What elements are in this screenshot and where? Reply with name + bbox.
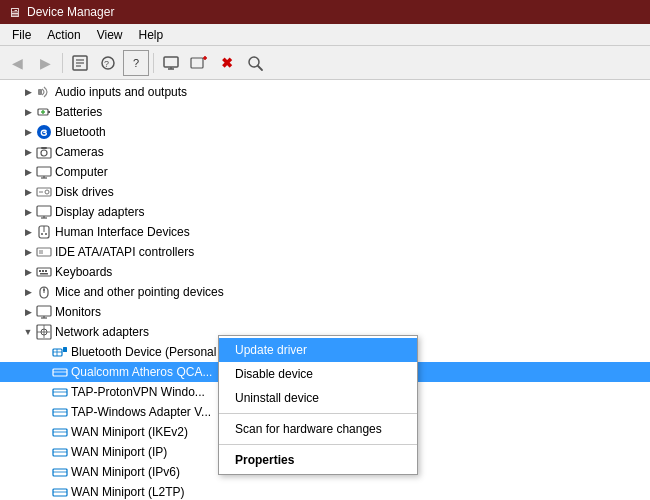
icon-hid — [36, 224, 52, 240]
expand-keyboards[interactable]: ▶ — [20, 267, 36, 277]
svg-rect-63 — [53, 409, 67, 416]
ctx-update-driver[interactable]: Update driver — [219, 338, 417, 362]
expand-cameras[interactable]: ▶ — [20, 147, 36, 157]
ctx-properties[interactable]: Properties — [219, 448, 417, 472]
add-device-button[interactable] — [186, 50, 212, 76]
svg-rect-71 — [53, 489, 67, 496]
properties-button[interactable] — [67, 50, 93, 76]
svg-rect-9 — [191, 58, 203, 68]
svg-rect-16 — [48, 111, 50, 113]
ctx-separator-2 — [219, 444, 417, 445]
svg-rect-6 — [164, 57, 178, 67]
tree-item-hid[interactable]: ▶ Human Interface Devices — [0, 222, 650, 242]
tree-item-display[interactable]: ▶ Display adapters — [0, 202, 650, 222]
icon-batteries — [36, 104, 52, 120]
svg-rect-59 — [53, 369, 67, 376]
expand-hid[interactable]: ▶ — [20, 227, 36, 237]
title-bar: 🖥 Device Manager — [0, 0, 650, 24]
tree-item-keyboards[interactable]: ▶ Keyboards — [0, 262, 650, 282]
item-text-wan-ipv6: WAN Miniport (IPv6) — [71, 465, 180, 479]
menu-help[interactable]: Help — [131, 26, 172, 44]
item-text-display: Display adapters — [55, 205, 144, 219]
svg-rect-24 — [37, 167, 51, 176]
tree-item-wan-l2tp[interactable]: ▶ WAN Miniport (L2TP) — [0, 482, 650, 500]
ctx-disable-device[interactable]: Disable device — [219, 362, 417, 386]
expand-display[interactable]: ▶ — [20, 207, 36, 217]
ctx-scan-hardware[interactable]: Scan for hardware changes — [219, 417, 417, 441]
tree-item-diskdrives[interactable]: ▶ Disk drives — [0, 182, 650, 202]
expand-batteries[interactable]: ▶ — [20, 107, 36, 117]
display-devices-button[interactable] — [158, 50, 184, 76]
expand-ide[interactable]: ▶ — [20, 247, 36, 257]
expand-audio[interactable]: ▶ — [20, 87, 36, 97]
icon-ide — [36, 244, 52, 260]
icon-audio — [36, 84, 52, 100]
item-text-diskdrives: Disk drives — [55, 185, 114, 199]
tree-item-computer[interactable]: ▶ Computer — [0, 162, 650, 182]
expand-bluetooth[interactable]: ▶ — [20, 127, 36, 137]
item-text-monitors: Monitors — [55, 305, 101, 319]
remove-device-button[interactable]: ✖ — [214, 50, 240, 76]
ctx-separator-1 — [219, 413, 417, 414]
item-text-audio: Audio inputs and outputs — [55, 85, 187, 99]
svg-rect-55 — [53, 349, 62, 356]
scan-button[interactable] — [242, 50, 268, 76]
help-button[interactable]: ? — [123, 50, 149, 76]
icon-tap-windows — [52, 404, 68, 420]
item-text-ide: IDE ATA/ATAPI controllers — [55, 245, 194, 259]
tree-item-cameras[interactable]: ▶ Cameras — [0, 142, 650, 162]
toolbar-sep-2 — [153, 53, 154, 73]
item-text-batteries: Batteries — [55, 105, 102, 119]
icon-diskdrives — [36, 184, 52, 200]
item-text-qualcomm: Qualcomm Atheros QCA... — [71, 365, 212, 379]
icon-keyboards — [36, 264, 52, 280]
item-text-cameras: Cameras — [55, 145, 104, 159]
toolbar-sep-1 — [62, 53, 63, 73]
item-text-keyboards: Keyboards — [55, 265, 112, 279]
tree-item-mice[interactable]: ▶ Mice and other pointing devices — [0, 282, 650, 302]
svg-line-13 — [258, 66, 262, 70]
expand-mice[interactable]: ▶ — [20, 287, 36, 297]
svg-rect-44 — [40, 273, 48, 275]
update-driver-button[interactable]: ? — [95, 50, 121, 76]
svg-rect-67 — [53, 449, 67, 456]
svg-point-28 — [45, 190, 49, 194]
item-text-tap-windows: TAP-Windows Adapter V... — [71, 405, 211, 419]
svg-rect-65 — [53, 429, 67, 436]
tree-item-ide[interactable]: ▶ IDE ATA/ATAPI controllers — [0, 242, 650, 262]
app-icon: 🖥 — [8, 5, 21, 20]
icon-display — [36, 204, 52, 220]
app-title: Device Manager — [27, 5, 114, 19]
svg-point-22 — [41, 150, 47, 156]
menu-file[interactable]: File — [4, 26, 39, 44]
tree-item-audio[interactable]: ▶ Audio inputs and outputs — [0, 82, 650, 102]
item-text-wan-ip: WAN Miniport (IP) — [71, 445, 167, 459]
main-area: ▶ Audio inputs and outputs ▶ Batteries ▶… — [0, 80, 650, 500]
svg-text:ɞ: ɞ — [40, 126, 47, 138]
svg-rect-14 — [38, 89, 42, 95]
svg-rect-61 — [53, 389, 67, 396]
expand-diskdrives[interactable]: ▶ — [20, 187, 36, 197]
svg-rect-58 — [63, 347, 67, 352]
expand-computer[interactable]: ▶ — [20, 167, 36, 177]
svg-rect-42 — [42, 270, 44, 272]
icon-bt-pan — [52, 344, 68, 360]
expand-monitors[interactable]: ▶ — [20, 307, 36, 317]
icon-wan-l2tp — [52, 484, 68, 500]
item-text-network: Network adapters — [55, 325, 149, 339]
ctx-uninstall-device[interactable]: Uninstall device — [219, 386, 417, 410]
icon-tap-proton — [52, 384, 68, 400]
item-text-tap-proton: TAP-ProtonVPN Windo... — [71, 385, 205, 399]
tree-item-monitors[interactable]: ▶ Monitors — [0, 302, 650, 322]
tree-item-batteries[interactable]: ▶ Batteries — [0, 102, 650, 122]
menu-view[interactable]: View — [89, 26, 131, 44]
icon-mice — [36, 284, 52, 300]
svg-rect-43 — [45, 270, 47, 272]
item-text-wan-l2tp: WAN Miniport (L2TP) — [71, 485, 185, 499]
expand-network[interactable]: ▼ — [20, 327, 36, 337]
forward-button[interactable]: ▶ — [32, 50, 58, 76]
item-text-hid: Human Interface Devices — [55, 225, 190, 239]
tree-item-bluetooth[interactable]: ▶ ɞ Bluetooth — [0, 122, 650, 142]
menu-action[interactable]: Action — [39, 26, 88, 44]
back-button[interactable]: ◀ — [4, 50, 30, 76]
